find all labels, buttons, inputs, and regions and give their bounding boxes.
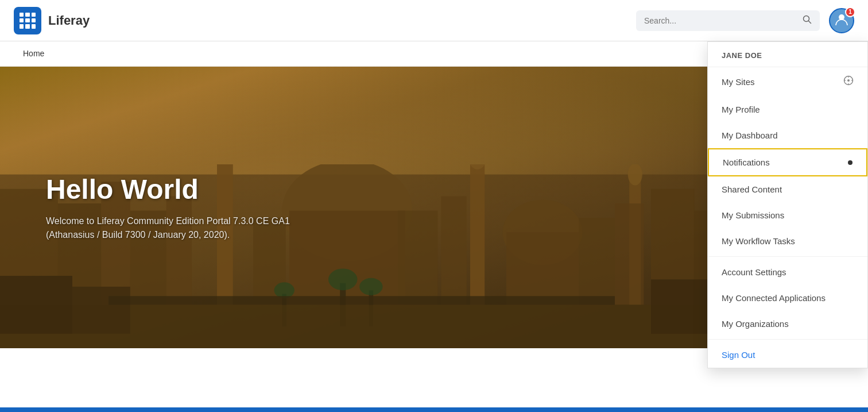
dropdown-item-my-workflow-tasks[interactable]: My Workflow Tasks: [708, 228, 867, 254]
search-icon: [803, 15, 812, 26]
logo-text: Liferay: [48, 13, 90, 28]
user-dropdown-menu: JANE DOE My Sites My Profile: [707, 41, 868, 368]
notification-dot: [848, 160, 852, 165]
dropdown-divider-1: [708, 256, 867, 257]
dropdown-item-my-dashboard[interactable]: My Dashboard: [708, 122, 867, 148]
header-right: 1: [636, 8, 854, 33]
dropdown-username: JANE DOE: [708, 42, 867, 67]
dropdown-item-account-settings[interactable]: Account Settings: [708, 259, 867, 285]
dropdown-divider-2: [708, 339, 867, 340]
sign-out-label: Sign Out: [722, 350, 755, 360]
dropdown-item-my-submissions[interactable]: My Submissions: [708, 202, 867, 228]
svg-point-4: [847, 79, 850, 82]
my-sites-label: My Sites: [722, 77, 755, 87]
my-connected-applications-label: My Connected Applications: [722, 293, 826, 303]
dropdown-item-my-sites[interactable]: My Sites: [708, 67, 867, 97]
header: Liferay 1: [0, 0, 868, 41]
logo-icon: [14, 7, 41, 34]
notifications-label: Notifications: [723, 157, 770, 167]
hero-title: Hello World: [46, 174, 822, 205]
nav-home[interactable]: Home: [14, 41, 53, 67]
user-avatar-button[interactable]: 1: [829, 8, 854, 33]
header-left: Liferay: [14, 7, 90, 34]
hero-subtitle-1: Welcome to Liferay Community Edition Por…: [46, 214, 822, 228]
my-profile-label: My Profile: [722, 105, 760, 114]
search-input[interactable]: [644, 16, 798, 25]
dropdown-item-shared-content[interactable]: Shared Content: [708, 176, 867, 202]
dropdown-item-notifications[interactable]: Notifications: [708, 148, 867, 176]
svg-line-1: [809, 21, 811, 23]
dropdown-item-my-organizations[interactable]: My Organizations: [708, 311, 867, 337]
compass-icon: [843, 75, 854, 88]
bottom-bar: [0, 407, 868, 412]
search-container: [636, 10, 820, 31]
notification-badge: 1: [845, 7, 855, 17]
dropdown-item-my-connected-applications[interactable]: My Connected Applications: [708, 285, 867, 311]
hero-subtitle-2: (Athanasius / Build 7300 / January 20, 2…: [46, 228, 822, 242]
my-organizations-label: My Organizations: [722, 319, 789, 329]
account-settings-label: Account Settings: [722, 267, 786, 277]
my-submissions-label: My Submissions: [722, 210, 784, 220]
shared-content-label: Shared Content: [722, 184, 782, 194]
my-workflow-tasks-label: My Workflow Tasks: [722, 236, 795, 246]
dropdown-item-sign-out[interactable]: Sign Out: [708, 342, 867, 368]
my-dashboard-label: My Dashboard: [722, 130, 778, 140]
dropdown-item-my-profile[interactable]: My Profile: [708, 97, 867, 122]
